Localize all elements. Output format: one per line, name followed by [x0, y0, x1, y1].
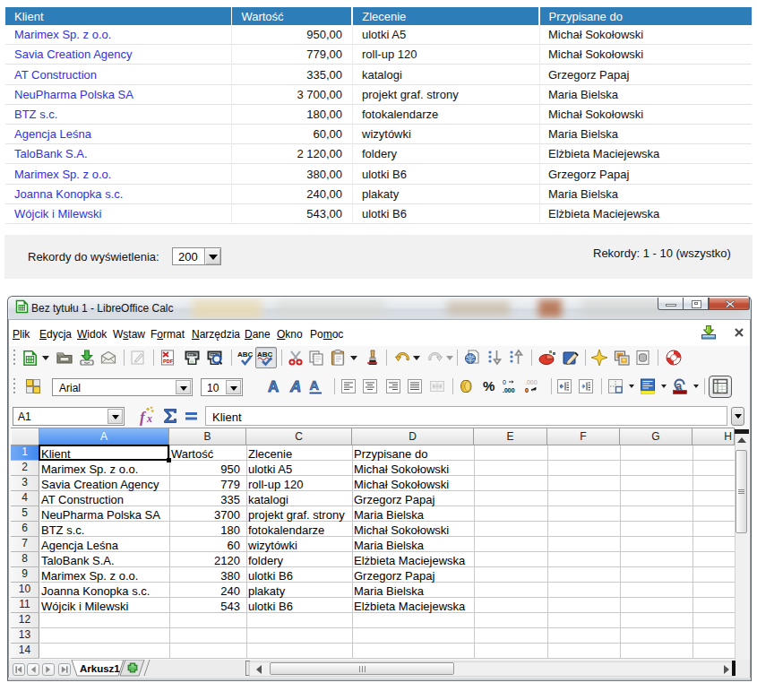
svg-text:PDF: PDF — [163, 359, 174, 364]
svg-text:.000: .000 — [525, 379, 538, 385]
svg-text:f: f — [140, 409, 147, 426]
svg-text:A: A — [289, 378, 301, 395]
svg-text:Arkusz1: Arkusz1 — [80, 663, 120, 674]
svg-text:x: x — [146, 412, 152, 425]
svg-text:A: A — [310, 378, 320, 393]
svg-text:0: 0 — [525, 387, 529, 393]
svg-text:%: % — [483, 378, 495, 393]
svg-text:.000: .000 — [503, 387, 515, 393]
svg-text:A: A — [268, 378, 279, 395]
svg-text:0: 0 — [503, 379, 506, 385]
